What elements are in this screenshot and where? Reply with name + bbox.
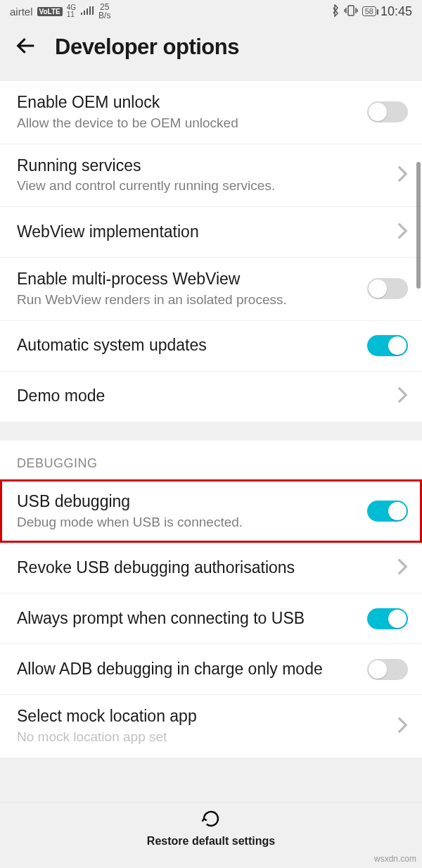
- row-subtitle: Run WebView renders in an isolated proce…: [17, 291, 359, 309]
- row-title: Enable multi-process WebView: [17, 269, 359, 290]
- restore-icon: [200, 808, 222, 832]
- chevron-right-icon: [397, 558, 408, 579]
- row-title: Running services: [17, 156, 388, 177]
- row-usb-debugging[interactable]: USB debugging Debug mode when USB is con…: [0, 479, 422, 543]
- battery-level: 58: [365, 7, 373, 15]
- page-title: Developer options: [55, 34, 239, 60]
- watermark: wsxdn.com: [374, 854, 416, 864]
- clock: 10:45: [381, 4, 412, 19]
- status-left: airtel VoLTE 4G 11 25 B/s: [10, 3, 110, 20]
- row-multi-webview[interactable]: Enable multi-process WebView Run WebView…: [0, 258, 422, 321]
- volte-badge: VoLTE: [37, 7, 63, 16]
- chevron-right-icon: [397, 386, 408, 407]
- row-title: Allow ADB debugging in charge only mode: [17, 659, 359, 680]
- rate-unit: B/s: [98, 11, 110, 20]
- row-title: Select mock location app: [17, 706, 388, 727]
- toggle-auto-updates[interactable]: [367, 335, 408, 356]
- row-title: USB debugging: [17, 491, 359, 512]
- status-bar: airtel VoLTE 4G 11 25 B/s 58 10:45: [0, 0, 422, 21]
- chevron-right-icon: [397, 165, 408, 186]
- row-title: Demo mode: [17, 386, 388, 407]
- row-title: Revoke USB debugging authorisations: [17, 558, 388, 579]
- network-type: 4G 11: [67, 4, 76, 18]
- row-title: Enable OEM unlock: [17, 92, 359, 113]
- row-oem-unlock[interactable]: Enable OEM unlock Allow the device to be…: [0, 80, 422, 144]
- row-auto-updates[interactable]: Automatic system updates: [0, 321, 422, 372]
- row-revoke-auth[interactable]: Revoke USB debugging authorisations: [0, 543, 422, 593]
- toggle-prompt-usb[interactable]: [367, 608, 408, 629]
- toggle-multi-webview[interactable]: [367, 278, 408, 299]
- toggle-adb-charge[interactable]: [367, 659, 408, 680]
- battery-icon: 58: [362, 6, 376, 16]
- section-gap: [0, 422, 422, 441]
- settings-list: Enable OEM unlock Allow the device to be…: [0, 80, 422, 422]
- row-mock-location[interactable]: Select mock location app No mock locatio…: [0, 695, 422, 757]
- toggle-usb-debugging[interactable]: [367, 501, 408, 522]
- row-title: Always prompt when connecting to USB: [17, 608, 359, 629]
- app-header: Developer options: [0, 21, 422, 80]
- row-title: Automatic system updates: [17, 335, 359, 356]
- scrollbar-thumb[interactable]: [416, 162, 421, 289]
- signal-icon: [80, 6, 94, 18]
- back-icon[interactable]: [14, 34, 38, 61]
- row-prompt-usb[interactable]: Always prompt when connecting to USB: [0, 593, 422, 644]
- restore-label: Restore default settings: [147, 835, 275, 848]
- row-subtitle: Allow the device to be OEM unlocked: [17, 115, 359, 132]
- svg-rect-0: [348, 6, 354, 15]
- vibrate-icon: [344, 5, 358, 18]
- toggle-oem-unlock[interactable]: [367, 101, 408, 122]
- carrier-label: airtel: [10, 6, 33, 18]
- status-right: 58 10:45: [331, 4, 412, 19]
- data-rate: 25 B/s: [98, 3, 110, 20]
- chevron-right-icon: [397, 222, 408, 243]
- chevron-right-icon: [397, 716, 408, 737]
- bluetooth-icon: [331, 4, 340, 19]
- row-adb-charge[interactable]: Allow ADB debugging in charge only mode: [0, 644, 422, 695]
- net-sub-label: 11: [67, 11, 76, 18]
- debugging-section: DEBUGGING USB debugging Debug mode when …: [0, 441, 422, 757]
- row-running-services[interactable]: Running services View and control curren…: [0, 144, 422, 208]
- row-subtitle: No mock location app set: [17, 729, 388, 746]
- section-header-debugging: DEBUGGING: [0, 441, 422, 479]
- row-title: WebView implementation: [17, 222, 388, 243]
- row-webview-impl[interactable]: WebView implementation: [0, 207, 422, 258]
- row-subtitle: View and control currently running servi…: [17, 177, 388, 195]
- row-subtitle: Debug mode when USB is connected.: [17, 514, 359, 532]
- row-demo-mode[interactable]: Demo mode: [0, 372, 422, 422]
- restore-defaults-button[interactable]: Restore default settings: [0, 802, 422, 853]
